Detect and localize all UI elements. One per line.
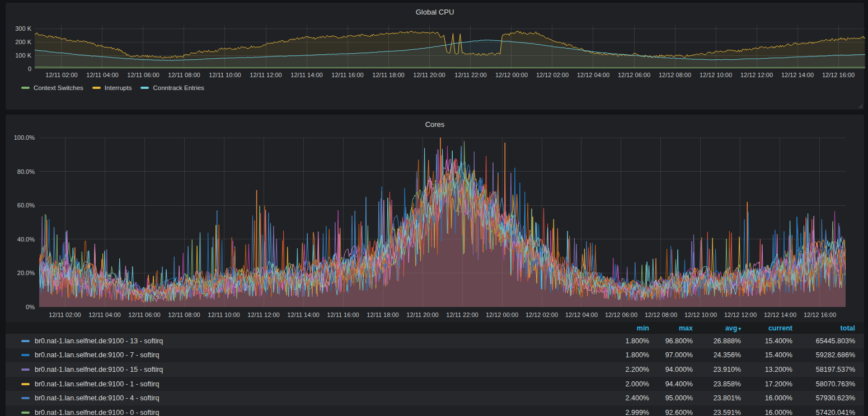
cell-max: 94.400%	[649, 380, 693, 388]
y-axis-tick-label: 20.0%	[6, 269, 35, 277]
series-color-dash-icon	[21, 412, 30, 414]
series-color-dash-icon	[21, 368, 30, 371]
x-axis-tick-label: 12/12 12:00	[740, 72, 773, 78]
series-name[interactable]: br0.nat-1.lan.selfnet.de:9100 - 4 - soft…	[6, 394, 606, 402]
global-cpu-plot-area[interactable]	[35, 25, 865, 69]
series-color-dash-icon	[21, 87, 30, 89]
column-header-total[interactable]: total	[792, 324, 855, 332]
cell-max: 97.000%	[649, 351, 693, 359]
x-axis-tick-label: 12/12 00:00	[495, 72, 528, 78]
cell-max: 92.600%	[649, 409, 693, 416]
cell-max: 94.000%	[649, 366, 693, 374]
y-axis-tick-label: 100 K	[6, 51, 31, 59]
x-axis-tick-label: 12/11 08:00	[168, 72, 200, 78]
cell-current: 16.000%	[741, 409, 792, 416]
cell-min: 2.999%	[606, 409, 649, 416]
cell-avg: 23.801%	[693, 394, 741, 402]
series-name[interactable]: br0.nat-1.lan.selfnet.de:9100 - 13 - sof…	[6, 337, 606, 345]
cell-total: 58197.537%	[792, 366, 855, 374]
column-header-avg[interactable]: avg▾	[693, 324, 741, 332]
x-axis-tick-label: 12/11 10:00	[209, 72, 241, 78]
cell-total: 58070.763%	[792, 380, 855, 388]
table-row: br0.nat-1.lan.selfnet.de:9100 - 4 - soft…	[6, 391, 864, 405]
column-header-max[interactable]: max	[649, 324, 693, 332]
x-axis-tick-label: 12/11 02:00	[49, 311, 81, 318]
cell-avg: 26.888%	[693, 337, 741, 345]
column-header-current[interactable]: current	[741, 324, 792, 332]
legend-table-header: minmaxavg▾currenttotal	[6, 322, 864, 334]
cell-current: 13.200%	[741, 366, 792, 374]
series-name[interactable]: br0.nat-1.lan.selfnet.de:9100 - 1 - soft…	[6, 380, 606, 388]
legend-item[interactable]: Conntrack Entries	[140, 84, 204, 91]
cell-total: 65445.803%	[792, 337, 855, 345]
legend-item-label: Interrupts	[105, 84, 132, 91]
table-row: br0.nat-1.lan.selfnet.de:9100 - 1 - soft…	[6, 377, 864, 391]
x-axis-tick-label: 12/11 14:00	[290, 72, 322, 78]
cores-plot-area[interactable]	[39, 138, 846, 307]
cell-max: 96.800%	[649, 337, 693, 345]
series-name[interactable]: br0.nat-1.lan.selfnet.de:9100 - 0 - soft…	[6, 409, 606, 416]
x-axis-tick-label: 12/11 04:00	[86, 72, 118, 78]
panel-global-cpu: Global CPU 0100 K200 K300 K 12/11 02:001…	[6, 3, 864, 110]
x-axis-tick-label: 12/12 10:00	[700, 72, 732, 78]
x-axis-tick-label: 12/11 20:00	[406, 311, 438, 318]
x-axis-tick-label: 12/11 16:00	[331, 72, 363, 78]
cell-current: 16.000%	[741, 394, 792, 402]
y-axis-tick-label: 0	[6, 65, 31, 73]
cell-avg: 23.910%	[693, 366, 741, 374]
cell-min: 2.000%	[606, 380, 649, 388]
series-color-dash-icon	[21, 354, 30, 356]
cell-current: 15.400%	[741, 337, 792, 345]
panel-title-global-cpu[interactable]: Global CPU	[6, 8, 864, 16]
cell-max: 95.000%	[649, 394, 693, 402]
x-axis-tick-label: 12/11 02:00	[45, 72, 77, 78]
cell-avg: 23.591%	[693, 409, 741, 416]
series-color-dash-icon	[140, 87, 149, 89]
table-row: br0.nat-1.lan.selfnet.de:9100 - 7 - soft…	[6, 348, 864, 363]
x-axis-tick-label: 12/12 00:00	[486, 311, 518, 318]
x-axis-tick-label: 12/11 12:00	[247, 311, 279, 318]
series-color-dash-icon	[21, 397, 30, 399]
cores-legend-table: minmaxavg▾currenttotal br0.nat-1.lan.sel…	[6, 322, 864, 416]
legend-item[interactable]: Context Switches	[21, 84, 83, 91]
global-cpu-chart[interactable]	[35, 25, 865, 69]
x-axis-tick-label: 12/11 20:00	[413, 72, 445, 78]
x-axis-tick-label: 12/11 22:00	[446, 311, 478, 318]
legend-table-rows: br0.nat-1.lan.selfnet.de:9100 - 13 - sof…	[6, 334, 864, 416]
series-name[interactable]: br0.nat-1.lan.selfnet.de:9100 - 7 - soft…	[6, 351, 606, 359]
x-axis-tick-label: 12/12 08:00	[645, 311, 677, 318]
x-axis-tick-label: 12/11 16:00	[327, 311, 359, 318]
cell-current: 17.200%	[741, 380, 792, 388]
x-axis-tick-label: 12/12 06:00	[618, 72, 650, 78]
cell-total: 57420.041%	[792, 409, 855, 416]
x-axis-tick-label: 12/11 18:00	[367, 311, 398, 318]
table-row: br0.nat-1.lan.selfnet.de:9100 - 0 - soft…	[6, 405, 864, 416]
column-header-min[interactable]: min	[606, 324, 649, 332]
series-name[interactable]: br0.nat-1.lan.selfnet.de:9100 - 15 - sof…	[6, 366, 606, 374]
legend-item[interactable]: Interrupts	[92, 84, 132, 91]
x-axis-tick-label: 12/12 04:00	[565, 311, 598, 318]
y-axis-tick-label: 0%	[6, 303, 35, 311]
y-axis-tick-label: 40.0%	[6, 235, 35, 243]
x-axis-tick-label: 12/12 14:00	[781, 72, 814, 78]
x-axis-tick-label: 12/12 06:00	[605, 311, 637, 318]
series-color-dash-icon	[92, 87, 101, 89]
cell-total: 57930.623%	[792, 394, 855, 402]
panel-resize-handle-icon[interactable]	[857, 103, 862, 108]
x-axis-tick-label: 12/12 16:00	[822, 72, 855, 78]
y-axis-tick-label: 300 K	[6, 25, 31, 32]
cell-min: 2.200%	[606, 366, 649, 374]
global-cpu-legend: Context Switches Interrupts Conntrack En…	[21, 84, 204, 91]
y-axis-tick-label: 200 K	[6, 38, 31, 46]
x-axis-tick-label: 12/11 14:00	[287, 311, 319, 318]
y-axis-tick-label: 80.0%	[6, 168, 35, 176]
dashboard: Global CPU 0100 K200 K300 K 12/11 02:001…	[0, 0, 868, 416]
panel-title-cores[interactable]: Cores	[6, 120, 864, 129]
cores-chart[interactable]	[39, 138, 846, 307]
legend-item-label: Context Switches	[34, 84, 83, 91]
x-axis-tick-label: 12/11 08:00	[168, 311, 200, 318]
cell-min: 1.800%	[606, 337, 649, 345]
cell-min: 2.400%	[606, 394, 649, 402]
panel-cores: Cores 0%20.0%40.0%60.0%80.0%100.0% 12/11…	[6, 115, 864, 416]
series-color-dash-icon	[21, 383, 30, 385]
